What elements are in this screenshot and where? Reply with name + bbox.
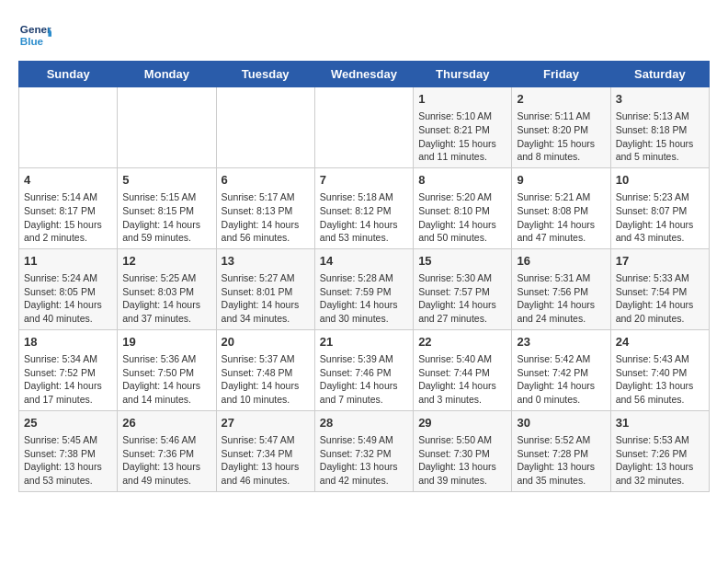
day-info: and 5 minutes. bbox=[616, 150, 704, 164]
calendar-cell: 19Sunrise: 5:36 AMSunset: 7:50 PMDayligh… bbox=[118, 329, 216, 410]
calendar-cell: 27Sunrise: 5:47 AMSunset: 7:34 PMDayligh… bbox=[216, 410, 314, 491]
day-number: 13 bbox=[222, 253, 310, 270]
day-info: Sunset: 8:17 PM bbox=[24, 204, 112, 218]
day-number: 6 bbox=[222, 172, 310, 189]
day-info: Daylight: 13 hours bbox=[616, 379, 704, 393]
day-info: Sunset: 7:42 PM bbox=[517, 366, 605, 380]
day-info: Sunset: 7:50 PM bbox=[122, 366, 210, 380]
calendar-cell: 26Sunrise: 5:46 AMSunset: 7:36 PMDayligh… bbox=[118, 410, 216, 491]
day-number: 16 bbox=[517, 253, 605, 270]
day-info: Sunrise: 5:23 AM bbox=[616, 190, 704, 204]
day-info: Sunrise: 5:18 AM bbox=[320, 190, 408, 204]
day-header-saturday: Saturday bbox=[610, 62, 709, 87]
day-info: Sunset: 8:03 PM bbox=[122, 285, 210, 299]
day-info: Sunrise: 5:25 AM bbox=[122, 271, 210, 285]
day-info: Daylight: 14 hours bbox=[222, 218, 310, 232]
week-row-2: 4Sunrise: 5:14 AMSunset: 8:17 PMDaylight… bbox=[19, 167, 710, 248]
day-info: Daylight: 14 hours bbox=[517, 379, 605, 393]
day-number: 5 bbox=[122, 172, 210, 189]
day-info: Daylight: 14 hours bbox=[24, 379, 112, 393]
calendar-cell: 1Sunrise: 5:10 AMSunset: 8:21 PMDaylight… bbox=[414, 87, 512, 168]
day-info: and 50 minutes. bbox=[418, 231, 506, 245]
day-info: and 32 minutes. bbox=[616, 474, 704, 488]
day-info: Sunset: 7:57 PM bbox=[418, 285, 506, 299]
day-number: 20 bbox=[222, 334, 310, 350]
calendar-cell: 24Sunrise: 5:43 AMSunset: 7:40 PMDayligh… bbox=[610, 329, 709, 410]
day-info: Daylight: 15 hours bbox=[517, 137, 605, 151]
day-info: Daylight: 14 hours bbox=[122, 379, 210, 393]
day-info: Sunset: 8:01 PM bbox=[222, 285, 310, 299]
day-info: Sunset: 7:30 PM bbox=[418, 447, 506, 461]
day-info: Sunrise: 5:47 AM bbox=[222, 433, 310, 447]
calendar-cell: 20Sunrise: 5:37 AMSunset: 7:48 PMDayligh… bbox=[216, 329, 314, 410]
day-info: Daylight: 14 hours bbox=[320, 218, 408, 232]
day-info: Sunset: 8:05 PM bbox=[24, 285, 112, 299]
day-info: Sunrise: 5:24 AM bbox=[24, 271, 112, 285]
day-info: and 53 minutes. bbox=[24, 474, 112, 488]
day-info: Sunrise: 5:11 AM bbox=[517, 109, 605, 123]
day-info: and 7 minutes. bbox=[320, 393, 408, 407]
day-info: Daylight: 14 hours bbox=[222, 379, 310, 393]
day-info: Sunrise: 5:27 AM bbox=[222, 271, 310, 285]
day-number: 25 bbox=[24, 415, 112, 431]
day-info: Sunrise: 5:37 AM bbox=[222, 352, 310, 366]
day-info: Daylight: 14 hours bbox=[517, 298, 605, 312]
calendar-cell: 4Sunrise: 5:14 AMSunset: 8:17 PMDaylight… bbox=[19, 167, 118, 248]
day-info: Sunset: 7:32 PM bbox=[320, 447, 408, 461]
day-info: Daylight: 14 hours bbox=[24, 298, 112, 312]
day-info: Sunrise: 5:21 AM bbox=[517, 190, 605, 204]
day-info: and 17 minutes. bbox=[24, 393, 112, 407]
calendar-cell: 23Sunrise: 5:42 AMSunset: 7:42 PMDayligh… bbox=[512, 329, 610, 410]
day-info: Daylight: 15 hours bbox=[24, 218, 112, 232]
day-number: 2 bbox=[517, 91, 605, 108]
day-info: Sunrise: 5:53 AM bbox=[616, 433, 704, 447]
day-info: Daylight: 14 hours bbox=[418, 298, 506, 312]
day-info: and 53 minutes. bbox=[320, 231, 408, 245]
calendar-cell: 28Sunrise: 5:49 AMSunset: 7:32 PMDayligh… bbox=[314, 410, 413, 491]
day-info: Sunset: 7:56 PM bbox=[517, 285, 605, 299]
day-info: Sunrise: 5:46 AM bbox=[122, 433, 210, 447]
day-info: and 56 minutes. bbox=[222, 231, 310, 245]
calendar-cell bbox=[314, 87, 413, 168]
day-info: Sunset: 7:54 PM bbox=[616, 285, 704, 299]
calendar-cell: 30Sunrise: 5:52 AMSunset: 7:28 PMDayligh… bbox=[512, 410, 610, 491]
day-number: 4 bbox=[24, 172, 112, 189]
day-number: 7 bbox=[320, 172, 408, 189]
day-header-monday: Monday bbox=[118, 62, 216, 87]
day-info: Sunset: 8:15 PM bbox=[122, 204, 210, 218]
week-row-3: 11Sunrise: 5:24 AMSunset: 8:05 PMDayligh… bbox=[19, 248, 710, 329]
day-info: Daylight: 13 hours bbox=[222, 460, 310, 474]
day-info: Sunset: 7:52 PM bbox=[24, 366, 112, 380]
calendar-cell: 5Sunrise: 5:15 AMSunset: 8:15 PMDaylight… bbox=[118, 167, 216, 248]
day-info: and 49 minutes. bbox=[122, 474, 210, 488]
day-info: and 10 minutes. bbox=[222, 393, 310, 407]
day-info: Sunrise: 5:49 AM bbox=[320, 433, 408, 447]
day-info: Sunrise: 5:40 AM bbox=[418, 352, 506, 366]
day-info: Sunset: 8:21 PM bbox=[418, 123, 506, 137]
calendar-cell: 12Sunrise: 5:25 AMSunset: 8:03 PMDayligh… bbox=[118, 248, 216, 329]
day-info: Daylight: 13 hours bbox=[320, 460, 408, 474]
calendar-cell: 11Sunrise: 5:24 AMSunset: 8:05 PMDayligh… bbox=[19, 248, 118, 329]
calendar-cell: 31Sunrise: 5:53 AMSunset: 7:26 PMDayligh… bbox=[610, 410, 709, 491]
day-info: Daylight: 15 hours bbox=[616, 137, 704, 151]
day-info: and 24 minutes. bbox=[517, 312, 605, 326]
day-info: and 37 minutes. bbox=[122, 312, 210, 326]
calendar-cell: 13Sunrise: 5:27 AMSunset: 8:01 PMDayligh… bbox=[216, 248, 314, 329]
day-info: Sunrise: 5:45 AM bbox=[24, 433, 112, 447]
day-info: Daylight: 14 hours bbox=[320, 379, 408, 393]
day-number: 9 bbox=[517, 172, 605, 189]
week-row-1: 1Sunrise: 5:10 AMSunset: 8:21 PMDaylight… bbox=[19, 87, 710, 168]
day-info: Sunrise: 5:42 AM bbox=[517, 352, 605, 366]
day-info: Sunset: 7:38 PM bbox=[24, 447, 112, 461]
day-info: Daylight: 14 hours bbox=[222, 298, 310, 312]
day-number: 24 bbox=[616, 334, 704, 350]
day-info: and 46 minutes. bbox=[222, 474, 310, 488]
calendar-cell: 9Sunrise: 5:21 AMSunset: 8:08 PMDaylight… bbox=[512, 167, 610, 248]
day-info: and 35 minutes. bbox=[517, 474, 605, 488]
logo-icon: General Blue bbox=[18, 18, 51, 52]
day-info: and 34 minutes. bbox=[222, 312, 310, 326]
day-info: and 3 minutes. bbox=[418, 393, 506, 407]
day-info: Daylight: 14 hours bbox=[616, 218, 704, 232]
calendar-cell: 7Sunrise: 5:18 AMSunset: 8:12 PMDaylight… bbox=[314, 167, 413, 248]
day-info: Sunrise: 5:50 AM bbox=[418, 433, 506, 447]
